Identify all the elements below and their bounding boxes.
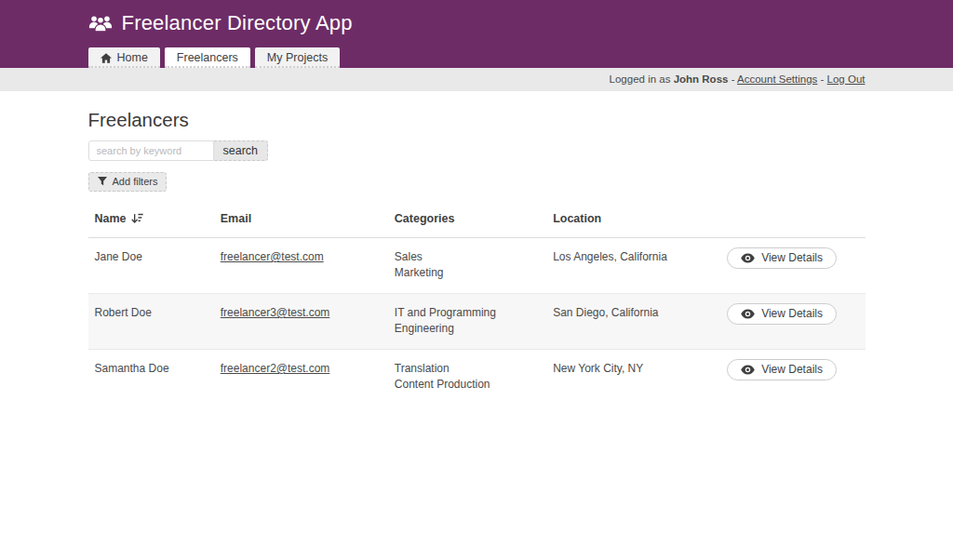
main-content: Freelancers search Add filters Name — [88, 109, 866, 405]
cell-location: Los Angeles, California — [546, 238, 720, 294]
cell-name: Robert Doe — [88, 294, 214, 350]
cell-actions: View Details — [720, 238, 865, 294]
app-title: Freelancer Directory App — [122, 11, 353, 35]
tab-home-label: Home — [117, 51, 148, 64]
view-details-button[interactable]: View Details — [727, 303, 837, 325]
cell-actions: View Details — [720, 350, 865, 406]
tab-freelancers-label: Freelancers — [177, 51, 238, 64]
cell-categories: IT and ProgrammingEngineering — [388, 294, 546, 350]
cell-categories: SalesMarketing — [388, 238, 546, 294]
freelancers-table: Name Email Categories — [88, 203, 866, 405]
cell-location: San Diego, California — [546, 294, 720, 350]
cell-categories: TranslationContent Production — [388, 350, 546, 406]
home-icon — [101, 53, 112, 63]
add-filters-label: Add filters — [113, 176, 158, 187]
column-header-categories: Categories — [388, 203, 546, 238]
category-item: Content Production — [395, 378, 539, 392]
page-title: Freelancers — [88, 109, 866, 131]
cell-actions: View Details — [720, 294, 865, 350]
tab-my-projects[interactable]: My Projects — [255, 47, 340, 68]
logged-in-text: Logged in as John Ross - — [610, 73, 737, 85]
cell-email: freelancer3@test.com — [214, 294, 388, 350]
category-item: Sales — [395, 250, 539, 264]
eye-icon — [741, 253, 755, 263]
table-row: Jane Doefreelancer@test.comSalesMarketin… — [88, 238, 866, 294]
cell-name: Samantha Doe — [88, 350, 214, 406]
category-item: Translation — [395, 362, 539, 376]
category-item: Engineering — [395, 322, 539, 336]
cell-name: Jane Doe — [88, 238, 214, 294]
table-header-row: Name Email Categories — [88, 203, 866, 238]
search-button[interactable]: search — [214, 140, 269, 161]
tab-my-projects-label: My Projects — [267, 51, 328, 64]
column-header-email: Email — [214, 203, 388, 238]
column-header-location: Location — [546, 203, 720, 238]
search-input[interactable] — [88, 140, 214, 161]
users-icon — [88, 14, 113, 33]
tab-freelancers[interactable]: Freelancers — [165, 47, 250, 68]
main-nav: Home Freelancers My Projects — [88, 47, 345, 68]
email-link[interactable]: freelancer@test.com — [221, 250, 324, 263]
category-item: IT and Programming — [395, 306, 539, 320]
cell-email: freelancer2@test.com — [214, 350, 388, 406]
email-link[interactable]: freelancer3@test.com — [221, 306, 330, 319]
freelancer-table-body: Jane Doefreelancer@test.comSalesMarketin… — [88, 238, 866, 406]
eye-icon — [741, 309, 755, 319]
cell-location: New York City, NY — [546, 350, 720, 406]
eye-icon — [741, 365, 755, 375]
column-header-actions — [720, 203, 865, 238]
username: John Ross — [674, 73, 729, 85]
user-bar: Logged in as John Ross - Account Setting… — [0, 68, 953, 91]
sort-ascending-icon — [131, 213, 143, 224]
tab-home[interactable]: Home — [88, 47, 160, 68]
email-link[interactable]: freelancer2@test.com — [221, 362, 330, 375]
view-details-button[interactable]: View Details — [727, 247, 837, 269]
log-out-link[interactable]: Log Out — [827, 73, 866, 85]
category-item: Marketing — [395, 266, 539, 280]
app-brand: Freelancer Directory App — [88, 0, 866, 35]
app-header: Freelancer Directory App Home Freelancer… — [0, 0, 953, 68]
view-details-button[interactable]: View Details — [727, 359, 837, 380]
funnel-icon — [98, 177, 107, 186]
search-row: search — [88, 140, 866, 161]
table-row: Samantha Doefreelancer2@test.comTranslat… — [88, 350, 866, 406]
cell-email: freelancer@test.com — [214, 238, 388, 294]
column-header-name: Name — [88, 203, 214, 238]
add-filters-button[interactable]: Add filters — [88, 172, 168, 192]
sort-by-name-control[interactable]: Name — [95, 212, 143, 225]
table-row: Robert Doefreelancer3@test.comIT and Pro… — [88, 294, 866, 350]
link-separator: - — [817, 73, 826, 85]
account-settings-link[interactable]: Account Settings — [737, 73, 817, 85]
